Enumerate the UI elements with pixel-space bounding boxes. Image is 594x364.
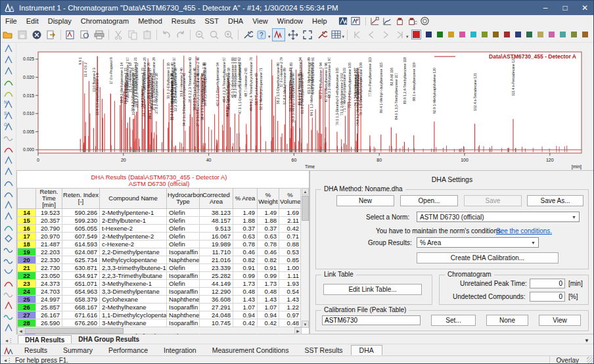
new-button[interactable]: New (336, 195, 394, 206)
color-swatch-15[interactable] (582, 32, 588, 37)
menu-display[interactable]: Display (43, 16, 76, 26)
compare-icon[interactable] (3, 300, 14, 311)
row-number[interactable]: 26 (18, 304, 36, 311)
chevron-down-icon[interactable]: ▾ (342, 34, 345, 39)
tab-summary[interactable]: Summary (55, 345, 101, 355)
table-row[interactable]: 2424.703654.9633,3-DimethylpentaneIsopar… (18, 288, 302, 296)
calibration-file-input[interactable] (322, 315, 421, 325)
conditions-link[interactable]: See the conditions. (496, 227, 552, 235)
baseline-lock-icon[interactable] (3, 76, 14, 87)
scale-icon[interactable] (3, 311, 14, 322)
print-preview-icon[interactable] (78, 28, 91, 41)
peak-start-icon[interactable] (3, 54, 14, 65)
help-box-icon[interactable]: ? (256, 28, 269, 41)
none-button[interactable]: None (486, 315, 528, 326)
scroll-left-icon[interactable]: ◀ (17, 327, 24, 334)
undetected-compounds-input[interactable] (530, 292, 565, 302)
table-row[interactable]: 2223.050634.9172,2,3-TrimethylbutaneIsop… (18, 272, 302, 280)
row-number[interactable]: 25 (18, 296, 36, 304)
group-results-select[interactable]: % Area ▼ (417, 237, 539, 248)
save-icon[interactable] (16, 28, 29, 41)
minimize-button[interactable]: – (536, 1, 555, 15)
fit-icon[interactable] (301, 28, 314, 41)
table-row[interactable]: 1922.203624.0872,2-DimethylpentaneIsopar… (18, 248, 302, 256)
menu-edit[interactable]: Edit (22, 16, 43, 26)
color-swatch-12[interactable] (549, 32, 555, 37)
monitor-icon[interactable] (420, 16, 430, 26)
color-swatch-2[interactable] (437, 32, 443, 37)
dha-results-table[interactable]: Reten. Time [min]Reten. Index [-]Compoun… (17, 188, 302, 335)
flag-icon[interactable] (3, 277, 14, 288)
scroll-right-icon[interactable]: ▶ (294, 327, 302, 334)
row-number[interactable]: 14 (18, 209, 36, 217)
tab-list-icon[interactable]: ▼ (584, 338, 589, 344)
tab-measurement-conditions[interactable]: Measurement Conditions (204, 345, 297, 355)
peak-skim-icon[interactable] (3, 210, 14, 221)
collapse2-icon[interactable] (3, 288, 14, 300)
row-number[interactable]: 27 (18, 311, 36, 319)
scrollbar-thumb[interactable] (302, 196, 309, 221)
menu-file[interactable]: File (1, 16, 22, 26)
smooth-icon[interactable] (3, 244, 14, 255)
table-horizontal-scrollbar[interactable]: ◀ ▶ (17, 327, 302, 334)
column-header[interactable]: Hydrocarbon Type (167, 189, 200, 209)
peak-fill-icon[interactable] (3, 199, 14, 210)
column-header[interactable]: % Area (233, 189, 258, 209)
color-swatch-10[interactable] (526, 32, 532, 37)
table-row[interactable]: 1419.523590.2862-Methylpentene-1Olefin38… (18, 209, 302, 217)
chevron-down-icon[interactable]: ▾ (406, 34, 409, 39)
color-swatch-8[interactable] (504, 32, 510, 37)
paste-icon[interactable] (141, 28, 154, 41)
pane-toggle-icon[interactable]: ◂⋮ (1, 357, 15, 363)
table-row[interactable]: 2022.330625.734MethylcyclopentaneNaphthe… (18, 256, 302, 264)
row-number[interactable]: 23 (18, 280, 36, 288)
row-number[interactable]: 21 (18, 264, 36, 272)
menu-results[interactable]: Results (167, 16, 200, 26)
scroll-down-icon[interactable]: ▼ (302, 321, 309, 328)
maximize-button[interactable]: □ (555, 1, 575, 15)
menu-chromatogram[interactable]: Chromatogram (76, 16, 133, 26)
resize-grip[interactable] (587, 357, 594, 364)
peak-merge-icon[interactable] (3, 154, 14, 166)
peak-tail-icon[interactable] (3, 177, 14, 188)
prev-record-icon[interactable] (365, 28, 378, 41)
invert-icon[interactable] (3, 266, 14, 277)
print-icon[interactable] (93, 28, 106, 41)
method-file-icon[interactable] (351, 16, 361, 26)
color-swatch-11[interactable] (537, 32, 543, 37)
chromatogram-panel[interactable]: 0.0000.0050.0100.0150.0200.0250204060801… (16, 43, 594, 170)
color-swatch-9[interactable] (515, 32, 521, 37)
vial-c-icon[interactable]: C (407, 16, 418, 26)
row-number[interactable]: 18 (18, 240, 36, 248)
tab-sst-results[interactable]: SST Results (296, 345, 350, 355)
table-row[interactable]: 2826.590676.2603-MethylhexaneIsoparaffin… (18, 319, 302, 327)
tab-integration[interactable]: Integration (156, 345, 204, 355)
collapse-icon[interactable] (3, 132, 14, 143)
view-button[interactable]: View (539, 315, 581, 326)
tab-scroll-icon[interactable]: ◂⋮ (1, 338, 18, 344)
lambda-icon[interactable] (3, 322, 14, 333)
color-swatch-13[interactable] (560, 32, 566, 37)
selected-color-swatch[interactable] (411, 30, 421, 39)
menu-method[interactable]: Method (133, 16, 167, 26)
tab-dha-group-results[interactable]: DHA Group Results (72, 335, 146, 344)
open-button[interactable]: Open... (400, 195, 458, 206)
peak-split-icon[interactable] (3, 166, 14, 177)
last-record-icon[interactable] (394, 28, 407, 41)
tab-results[interactable]: Results (16, 345, 55, 355)
peak-teal-icon[interactable] (3, 221, 14, 233)
row-number[interactable]: 19 (18, 248, 36, 256)
first-record-icon[interactable] (350, 28, 363, 41)
pan-icon[interactable] (286, 28, 300, 41)
table-row[interactable]: 1520.357599.2302-Ethylbutene-1Olefin48.1… (18, 217, 302, 225)
column-header[interactable]: Reten. Time [min] (36, 189, 62, 209)
menu-help[interactable]: Help (308, 16, 332, 26)
row-number[interactable]: 16 (18, 225, 36, 233)
color-swatch-7[interactable] (493, 32, 499, 37)
tab-dha[interactable]: DHA (351, 345, 382, 355)
redo-icon[interactable] (174, 28, 187, 41)
valley-icon[interactable] (3, 87, 14, 99)
table-row[interactable]: 1821.487614.593c-Hexene-2Olefin19.9890.7… (18, 240, 302, 248)
zoom-icon[interactable] (208, 28, 221, 41)
zoom-out-icon[interactable] (193, 28, 206, 41)
